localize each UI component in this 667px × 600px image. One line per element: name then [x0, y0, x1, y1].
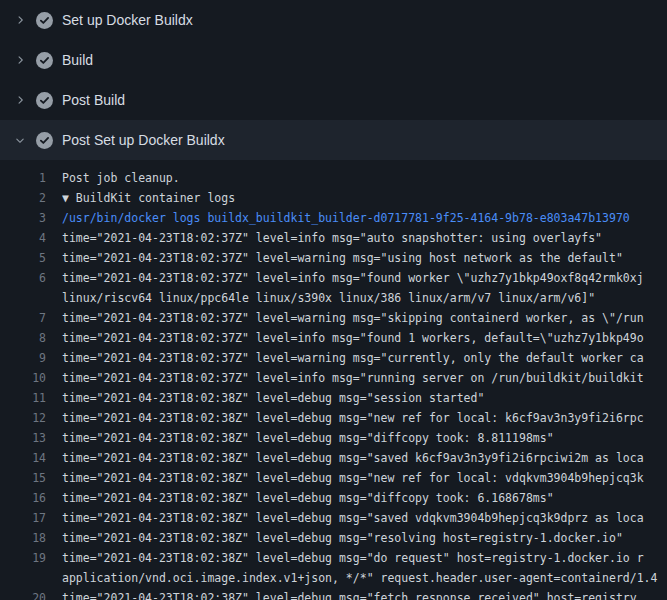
log-line-text: time="2021-04-23T18:02:38Z" level=debug …: [62, 588, 667, 600]
log-line-text-wrap: time="2021-04-23T18:02:38Z" level=debug …: [62, 428, 667, 448]
log-line-continuation: application/vnd.oci.image.index.v1+json,…: [62, 568, 667, 588]
log-line: 6 time="2021-04-23T18:02:37Z" level=info…: [0, 268, 667, 308]
chevron-right-icon: [12, 12, 28, 28]
log-line-text-wrap: time="2021-04-23T18:02:38Z" level=debug …: [62, 448, 667, 468]
log-line: 11 time="2021-04-23T18:02:38Z" level=deb…: [0, 388, 667, 408]
log-line-number[interactable]: 14: [0, 448, 46, 468]
log-line-text-wrap: Post job cleanup.: [62, 168, 667, 188]
log-line-continuation: linux/riscv64 linux/ppc64le linux/s390x …: [62, 288, 667, 308]
check-circle-icon: [36, 12, 53, 29]
step-label: Set up Docker Buildx: [62, 0, 193, 40]
log-line: 9 time="2021-04-23T18:02:37Z" level=warn…: [0, 348, 667, 368]
step-header[interactable]: Build: [0, 40, 667, 80]
log-line-text: time="2021-04-23T18:02:38Z" level=debug …: [62, 408, 667, 428]
log-line-text-wrap: time="2021-04-23T18:02:37Z" level=warnin…: [62, 308, 667, 328]
log-line: 12 time="2021-04-23T18:02:38Z" level=deb…: [0, 408, 667, 428]
log-line-text-wrap: time="2021-04-23T18:02:38Z" level=debug …: [62, 528, 667, 548]
log-line-text-wrap: time="2021-04-23T18:02:38Z" level=debug …: [62, 588, 667, 600]
log-line-text: time="2021-04-23T18:02:38Z" level=debug …: [62, 468, 667, 488]
log-line-text-wrap: time="2021-04-23T18:02:38Z" level=debug …: [62, 468, 667, 488]
log-line-number[interactable]: 11: [0, 388, 46, 408]
step-list: Set up Docker Buildx Build: [0, 0, 667, 160]
log-line-text-wrap: time="2021-04-23T18:02:37Z" level=info m…: [62, 228, 667, 248]
check-circle-icon: [36, 52, 53, 69]
log-line-number[interactable]: 13: [0, 428, 46, 448]
log-line-text-wrap: time="2021-04-23T18:02:38Z" level=debug …: [62, 488, 667, 508]
log-line: 15 time="2021-04-23T18:02:38Z" level=deb…: [0, 468, 667, 488]
step-header[interactable]: Post Set up Docker Buildx: [0, 120, 667, 160]
log-line-text: time="2021-04-23T18:02:38Z" level=debug …: [62, 508, 667, 528]
log-line-text: time="2021-04-23T18:02:38Z" level=debug …: [62, 488, 667, 508]
log-line: 14 time="2021-04-23T18:02:38Z" level=deb…: [0, 448, 667, 468]
log-line: 18 time="2021-04-23T18:02:38Z" level=deb…: [0, 528, 667, 548]
log-line-number[interactable]: 16: [0, 488, 46, 508]
log-line: 20 time="2021-04-23T18:02:38Z" level=deb…: [0, 588, 667, 600]
chevron-right-icon: [12, 92, 28, 108]
step-header[interactable]: Set up Docker Buildx: [0, 0, 667, 40]
log-line-text: time="2021-04-23T18:02:37Z" level=info m…: [62, 368, 667, 388]
log-line-text-wrap: time="2021-04-23T18:02:38Z" level=debug …: [62, 388, 667, 408]
log-line: 16 time="2021-04-23T18:02:38Z" level=deb…: [0, 488, 667, 508]
log-line-text: time="2021-04-23T18:02:37Z" level=warnin…: [62, 308, 667, 328]
log-area: 1 Post job cleanup. 2 ▼ BuildKit contain…: [0, 160, 667, 600]
step-label: Build: [62, 40, 93, 80]
log-line: 10 time="2021-04-23T18:02:37Z" level=inf…: [0, 368, 667, 388]
log-line-text-wrap: ▼ BuildKit container logs: [62, 188, 667, 208]
log-line-number[interactable]: 5: [0, 248, 46, 268]
log-line-text: time="2021-04-23T18:02:38Z" level=debug …: [62, 388, 667, 408]
check-circle-icon: [36, 132, 53, 149]
log-line-number[interactable]: 6: [0, 268, 46, 308]
log-line: 5 time="2021-04-23T18:02:37Z" level=warn…: [0, 248, 667, 268]
log-line-text: time="2021-04-23T18:02:37Z" level=warnin…: [62, 348, 667, 368]
log-line-text: time="2021-04-23T18:02:37Z" level=info m…: [62, 228, 667, 248]
log-line-text: /usr/bin/docker logs buildx_buildkit_bui…: [62, 208, 667, 228]
log-line-number[interactable]: 15: [0, 468, 46, 488]
log-line-number[interactable]: 17: [0, 508, 46, 528]
log-line-number[interactable]: 19: [0, 548, 46, 588]
log-line-number[interactable]: 18: [0, 528, 46, 548]
log-line-text-wrap: time="2021-04-23T18:02:37Z" level=info m…: [62, 268, 667, 308]
step-label: Post Build: [62, 80, 125, 120]
log-line-text: ▼ BuildKit container logs: [62, 188, 667, 208]
log-line-text: time="2021-04-23T18:02:37Z" level=info m…: [62, 268, 667, 288]
log-line-text: time="2021-04-23T18:02:37Z" level=info m…: [62, 328, 667, 348]
log-line-number[interactable]: 9: [0, 348, 46, 368]
log-line-number[interactable]: 12: [0, 408, 46, 428]
log-line-text-wrap: time="2021-04-23T18:02:38Z" level=debug …: [62, 408, 667, 428]
log-line-text-wrap: time="2021-04-23T18:02:37Z" level=warnin…: [62, 348, 667, 368]
log-line-number[interactable]: 8: [0, 328, 46, 348]
log-line-number[interactable]: 10: [0, 368, 46, 388]
log-line: 3 /usr/bin/docker logs buildx_buildkit_b…: [0, 208, 667, 228]
log-line-text-wrap: time="2021-04-23T18:02:38Z" level=debug …: [62, 508, 667, 528]
step-header[interactable]: Post Build: [0, 80, 667, 120]
log-line: 17 time="2021-04-23T18:02:38Z" level=deb…: [0, 508, 667, 528]
check-circle-icon: [36, 92, 53, 109]
log-line: 19 time="2021-04-23T18:02:38Z" level=deb…: [0, 548, 667, 588]
log-line-text-wrap: /usr/bin/docker logs buildx_buildkit_bui…: [62, 208, 667, 228]
log-line-number[interactable]: 7: [0, 308, 46, 328]
log-line-number[interactable]: 20: [0, 588, 46, 600]
page: { "colors": { "background": "#151a21", "…: [0, 0, 667, 600]
log-line: 4 time="2021-04-23T18:02:37Z" level=info…: [0, 228, 667, 248]
log-line-text: time="2021-04-23T18:02:38Z" level=debug …: [62, 548, 667, 568]
log-line-text-wrap: time="2021-04-23T18:02:38Z" level=debug …: [62, 548, 667, 588]
log-line-number[interactable]: 1: [0, 168, 46, 188]
log-line-number[interactable]: 3: [0, 208, 46, 228]
log-line: 13 time="2021-04-23T18:02:38Z" level=deb…: [0, 428, 667, 448]
log-line-text: time="2021-04-23T18:02:37Z" level=warnin…: [62, 248, 667, 268]
log-line-text: time="2021-04-23T18:02:38Z" level=debug …: [62, 528, 667, 548]
log-line: 2 ▼ BuildKit container logs: [0, 188, 667, 208]
log-line-text-wrap: time="2021-04-23T18:02:37Z" level=info m…: [62, 368, 667, 388]
log-line: 8 time="2021-04-23T18:02:37Z" level=info…: [0, 328, 667, 348]
log-line-text-wrap: time="2021-04-23T18:02:37Z" level=warnin…: [62, 248, 667, 268]
log-line-text: time="2021-04-23T18:02:38Z" level=debug …: [62, 428, 667, 448]
log-line-text: Post job cleanup.: [62, 168, 667, 188]
log-line-text: time="2021-04-23T18:02:38Z" level=debug …: [62, 448, 667, 468]
step-label: Post Set up Docker Buildx: [62, 120, 225, 160]
log-line-text-wrap: time="2021-04-23T18:02:37Z" level=info m…: [62, 328, 667, 348]
log-line-number[interactable]: 2: [0, 188, 46, 208]
log-line: 1 Post job cleanup.: [0, 168, 667, 188]
chevron-right-icon: [12, 132, 28, 148]
log-line-number[interactable]: 4: [0, 228, 46, 248]
chevron-right-icon: [12, 52, 28, 68]
